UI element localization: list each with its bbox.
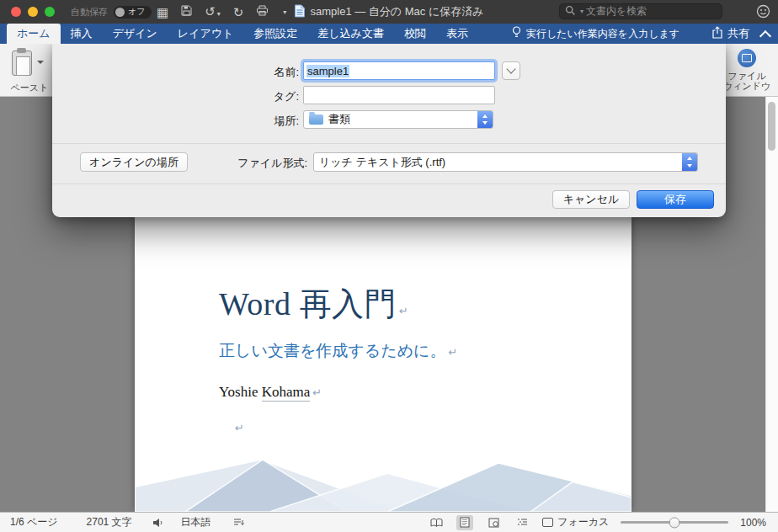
autosave-control: 自動保存 オフ <box>71 0 152 24</box>
tab-insert[interactable]: 挿入 <box>61 24 103 44</box>
file-window-icon <box>738 49 756 67</box>
share-label: 共有 <box>727 26 749 41</box>
focus-button[interactable]: フォーカス <box>542 515 609 529</box>
document-author: Yoshie Kohama↵ <box>219 384 322 401</box>
word-window: 自動保存 オフ ▦ ↺▾ ↻ ▾ sample1 — 自分の Mac <box>0 0 778 532</box>
autosave-label: 自動保存 <box>71 6 108 19</box>
where-label: 場所: <box>179 114 299 129</box>
window-title-text: sample1 — 自分の Mac に保存済み <box>310 4 483 19</box>
dropdown-arrows-icon <box>477 111 493 128</box>
zoom-slider-knob[interactable] <box>669 517 680 528</box>
author-first-name: Yoshie <box>219 384 262 400</box>
outline-view-button[interactable] <box>514 515 530 530</box>
titlebar: 自動保存 オフ ▦ ↺▾ ↻ ▾ sample1 — 自分の Mac <box>0 0 778 24</box>
quick-access-toolbar: ▦ ↺▾ ↻ ▾ <box>157 0 286 24</box>
tab-design[interactable]: デザイン <box>103 24 168 44</box>
search-scope-icon: ▾ <box>580 8 584 15</box>
window-controls <box>11 7 55 17</box>
tell-me-box[interactable]: 実行したい作業内容を入力します <box>512 24 679 44</box>
document-subtitle: 正しい文書を作成するために。↵ <box>219 340 457 362</box>
speaker-icon[interactable] <box>152 518 164 528</box>
paragraph-mark: ↵ <box>235 422 244 434</box>
minimize-window-button[interactable] <box>28 7 38 17</box>
document-subtitle-text: 正しい文書を作成するために。 <box>219 342 446 359</box>
paragraph-mark: ↵ <box>312 386 322 399</box>
save-icon[interactable] <box>181 4 192 19</box>
file-format-dropdown[interactable]: リッチ テキスト形式 (.rtf) <box>313 152 698 172</box>
search-input[interactable]: ▾ 文書内を検索 <box>559 3 722 19</box>
search-placeholder: 文書内を検索 <box>586 4 647 19</box>
file-format-value: リッチ テキスト形式 (.rtf) <box>314 155 682 170</box>
author-last-name: Kohama <box>262 384 311 402</box>
where-dropdown[interactable]: 書類 <box>303 110 493 129</box>
expand-dialog-button[interactable] <box>502 61 520 80</box>
where-value: 書類 <box>323 112 477 127</box>
file-format-label: ファイル形式: <box>187 156 307 171</box>
ribbon-tab-bar: ホーム 挿入 デザイン レイアウト 参照設定 差し込み文書 校閲 表示 実行した… <box>0 24 778 44</box>
paste-label: ペースト <box>0 82 59 94</box>
tab-references[interactable]: 参照設定 <box>243 24 307 44</box>
autosave-state: オフ <box>128 6 145 18</box>
collapse-ribbon-icon[interactable] <box>759 30 771 42</box>
search-icon <box>565 4 576 19</box>
tab-review[interactable]: 校閲 <box>394 24 436 44</box>
tell-me-label: 実行したい作業内容を入力します <box>526 27 679 41</box>
language-indicator[interactable]: 日本語 <box>181 515 211 529</box>
grid-view-icon[interactable]: ▦ <box>157 6 168 19</box>
focus-label: フォーカス <box>557 515 609 529</box>
name-label: 名前: <box>179 65 299 80</box>
share-button[interactable]: 共有 <box>711 24 749 44</box>
cover-facet-graphic <box>135 458 631 512</box>
tags-label: タグ: <box>179 89 299 104</box>
scrollbar-thumb[interactable] <box>768 102 775 151</box>
qat-customize-icon[interactable]: ▾ <box>283 8 286 16</box>
zoom-window-button[interactable] <box>45 7 55 17</box>
document-icon <box>294 4 305 20</box>
tab-layout[interactable]: レイアウト <box>168 24 244 44</box>
document-title: Word 再入門↵ <box>219 283 408 326</box>
status-bar: 1/6 ページ 2701 文字 日本語 フォーカス <box>0 512 778 532</box>
close-window-button[interactable] <box>11 7 21 17</box>
save-dialog: 名前: sample1 タグ: 場所: 書類 オンラインの場所 ファイル形式: … <box>52 44 726 217</box>
tab-home[interactable]: ホーム <box>7 24 61 44</box>
clipboard-paper <box>16 56 30 76</box>
feedback-smiley-icon[interactable] <box>756 4 770 22</box>
paragraph-mark: ↵ <box>449 346 458 359</box>
text-direction-icon[interactable] <box>233 518 244 528</box>
save-button[interactable]: 保存 <box>637 190 714 209</box>
print-layout-button[interactable] <box>456 515 473 530</box>
undo-dropdown-icon: ▾ <box>217 10 221 18</box>
read-mode-button[interactable] <box>428 515 445 530</box>
folder-icon <box>309 114 323 125</box>
focus-icon <box>542 518 553 527</box>
clipboard-clip <box>17 48 26 53</box>
paste-dropdown-icon[interactable] <box>37 61 44 64</box>
dialog-separator <box>52 143 726 144</box>
window-title: sample1 — 自分の Mac に保存済み <box>294 0 483 24</box>
filename-input[interactable]: sample1 <box>303 61 495 80</box>
undo-button[interactable]: ↺▾ <box>205 4 221 19</box>
dialog-separator <box>52 184 726 184</box>
autosave-toggle[interactable]: オフ <box>114 6 152 19</box>
document-page: Word 再入門↵ 正しい文書を作成するために。↵ Yoshie Kohama↵… <box>135 217 631 512</box>
paste-button[interactable]: ペースト <box>5 48 54 93</box>
share-icon <box>711 26 723 41</box>
filename-value: sample1 <box>306 65 349 77</box>
web-layout-button[interactable] <box>485 515 502 530</box>
autosave-toggle-knob <box>115 8 125 17</box>
vertical-scrollbar[interactable] <box>765 97 778 512</box>
tab-view[interactable]: 表示 <box>436 24 478 44</box>
zoom-level[interactable]: 100% <box>740 517 766 529</box>
tags-input[interactable] <box>303 86 495 104</box>
char-count[interactable]: 2701 文字 <box>87 515 132 529</box>
undo-icon: ↺ <box>205 4 216 19</box>
chevron-down-icon <box>506 64 515 73</box>
print-icon[interactable] <box>256 4 269 19</box>
tab-mailings[interactable]: 差し込み文書 <box>307 24 394 44</box>
paragraph-mark: ↵ <box>399 305 408 317</box>
zoom-slider[interactable] <box>621 521 728 524</box>
redo-icon[interactable]: ↻ <box>233 6 244 19</box>
cancel-button[interactable]: キャンセル <box>552 190 630 209</box>
online-locations-button[interactable]: オンラインの場所 <box>80 152 188 172</box>
page-indicator[interactable]: 1/6 ページ <box>10 515 58 529</box>
